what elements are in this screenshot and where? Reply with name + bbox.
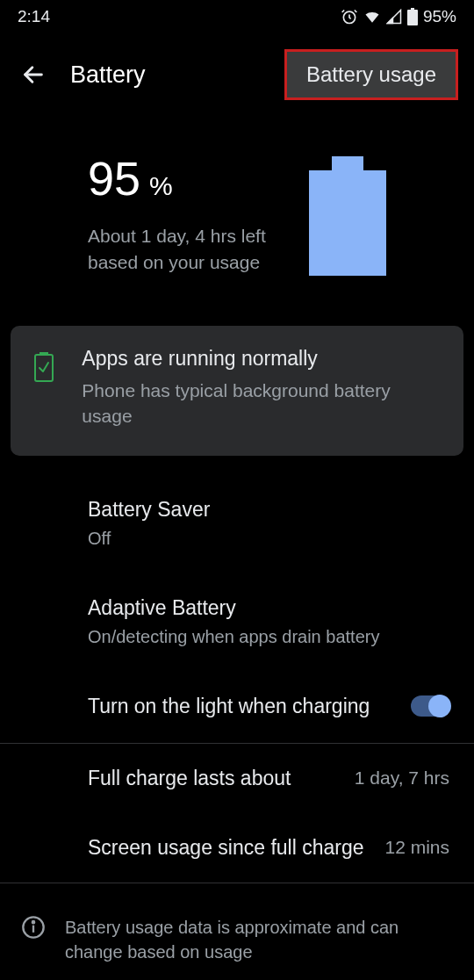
status-right: 95%	[341, 7, 456, 26]
alarm-icon	[341, 8, 358, 25]
battery-saver-title: Battery Saver	[88, 496, 449, 523]
footer-note: Battery usage data is approximate and ca…	[0, 899, 474, 980]
battery-status-icon	[407, 8, 418, 25]
status-time: 2:14	[18, 7, 50, 26]
svg-point-8	[32, 921, 34, 923]
adaptive-battery-status: On/detecting when apps drain battery	[88, 627, 449, 647]
footer-text: Battery usage data is approximate and ca…	[65, 915, 449, 964]
header: Battery Battery usage	[0, 33, 474, 112]
battery-saver-status: Off	[88, 529, 449, 549]
battery-percent-symbol: %	[149, 171, 173, 201]
battery-estimate: About 1 day, 4 hrs left based on your us…	[88, 223, 274, 277]
battery-usage-button[interactable]: Battery usage	[284, 49, 458, 100]
battery-saver-setting[interactable]: Battery Saver Off	[0, 473, 474, 572]
charging-light-toggle[interactable]	[411, 695, 449, 717]
adaptive-battery-title: Adaptive Battery	[88, 594, 449, 622]
back-button[interactable]	[19, 61, 47, 89]
battery-status-percent: 95%	[423, 7, 456, 26]
screen-usage-title: Screen usage since full charge	[88, 834, 367, 861]
arrow-left-icon	[21, 62, 46, 87]
battery-icon	[309, 156, 386, 276]
battery-percent: 95 %	[88, 151, 274, 205]
status-bar: 2:14 95%	[0, 0, 474, 33]
svg-rect-2	[407, 10, 418, 25]
screen-usage-value: 12 mins	[384, 837, 449, 858]
divider	[0, 883, 474, 883]
page-title: Battery	[70, 61, 146, 89]
apps-status-title: Apps are running normally	[82, 347, 437, 371]
apps-status-text: Apps are running normally Phone has typi…	[82, 347, 437, 429]
apps-status-card[interactable]: Apps are running normally Phone has typi…	[11, 326, 463, 456]
screen-usage-stat[interactable]: Screen usage since full charge 12 mins	[0, 813, 474, 883]
wifi-icon	[363, 8, 381, 25]
apps-status-subtitle: Phone has typical background battery usa…	[82, 378, 437, 429]
svg-rect-5	[35, 355, 53, 381]
svg-rect-1	[411, 8, 414, 10]
full-charge-value: 1 day, 7 hrs	[355, 767, 449, 789]
toggle-knob	[428, 695, 451, 717]
full-charge-title: Full charge lasts about	[88, 765, 337, 792]
charging-light-title: Turn on the light when charging	[88, 693, 393, 720]
battery-summary: 95 % About 1 day, 4 hrs left based on yo…	[0, 112, 474, 313]
battery-health-icon	[32, 347, 55, 382]
battery-percent-value: 95	[88, 151, 140, 205]
full-charge-stat[interactable]: Full charge lasts about 1 day, 7 hrs	[0, 744, 474, 813]
battery-summary-text: 95 % About 1 day, 4 hrs left based on yo…	[88, 151, 274, 277]
charging-light-setting[interactable]: Turn on the light when charging	[0, 670, 474, 743]
adaptive-battery-setting[interactable]: Adaptive Battery On/detecting when apps …	[0, 572, 474, 670]
info-icon	[21, 915, 46, 940]
signal-icon	[386, 9, 402, 25]
